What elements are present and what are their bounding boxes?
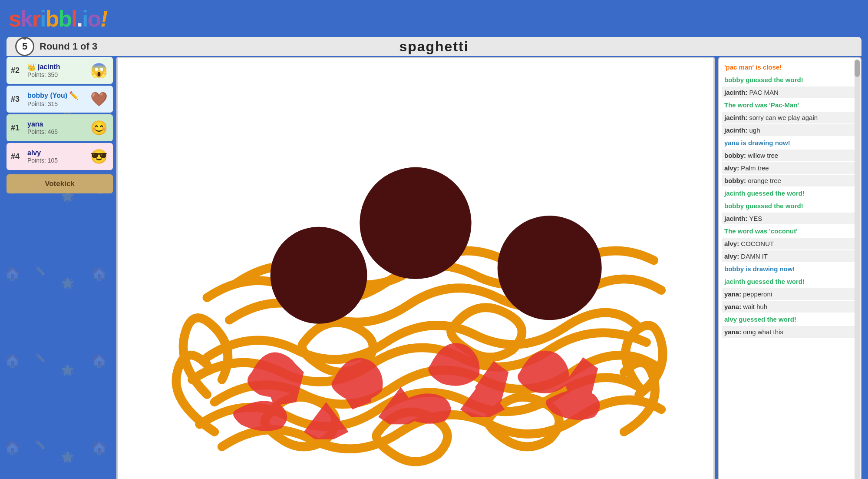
chat-msg-20: yana: wait huh — [722, 301, 858, 313]
meatball-top-center — [360, 167, 471, 279]
chat-msg-12: bobby guessed the word! — [722, 200, 858, 212]
player-points-bobby: Points: 315 — [27, 100, 86, 107]
chat-msg-16: alvy: DAMN IT — [722, 250, 858, 262]
player-card-jacinth: #2 👑 jacinth Points: 350 😱 — [7, 57, 113, 84]
player-name-jacinth: 👑 jacinth — [27, 63, 86, 71]
scrollbar-track[interactable] — [855, 60, 860, 479]
chat-msg-5: jacinth: sorry can we play again — [722, 112, 858, 123]
chat-msg-17: bobby is drawing now! — [722, 263, 858, 275]
player-rank-alvy: #4 — [11, 152, 24, 161]
logo-excl: ! — [100, 6, 107, 32]
chat-msg-8: bobby: willow tree — [722, 150, 858, 161]
chat-msg-21: alvy guessed the word! — [722, 313, 858, 325]
chat-msg-10: bobby: orange tree — [722, 175, 858, 186]
chat-msg-7: yana is drawing now! — [722, 137, 858, 149]
game-area: #2 👑 jacinth Points: 350 😱 #3 bobb — [7, 57, 861, 479]
votekick-button[interactable]: Votekick — [7, 174, 113, 193]
player-name-bobby: bobby (You) ✏️ — [27, 91, 86, 100]
crown-icon: 👑 — [27, 63, 36, 71]
player-info-yana: yana Points: 465 — [27, 120, 86, 135]
chat-msg-4: The word was 'Pac-Man' — [722, 99, 858, 111]
canvas-area: ✏️ ◻ 🪣 — [116, 57, 715, 479]
round-text: Round 1 of 3 — [40, 41, 97, 52]
player-card-alvy: #4 alvy Points: 105 😎 — [7, 143, 113, 170]
chat-msg-11: jacinth guessed the word! — [722, 187, 858, 199]
logo-s: s — [9, 6, 20, 32]
header: skribbl.io! — [0, 0, 868, 37]
player-points-jacinth: Points: 350 — [27, 71, 86, 78]
chat-msg-6: jacinth: ugh — [722, 124, 858, 136]
chat-msg-3: jacinth: PAC MAN — [722, 86, 858, 98]
logo-i2: i — [82, 6, 87, 32]
round-bar: 5 Round 1 of 3 spaghetti — [7, 37, 861, 56]
player-rank-bobby: #3 — [11, 95, 24, 104]
player-points-yana: Points: 465 — [27, 128, 86, 135]
chat-msg-1: 'pac man' is close! — [722, 61, 858, 73]
avatar-yana: 😊 — [89, 118, 109, 137]
avatar-jacinth: 😱 — [89, 61, 109, 80]
avatar-bobby: 🤎 — [89, 90, 109, 109]
chat-panel: 'pac man' is close! bobby guessed the wo… — [718, 57, 861, 479]
player-rank-jacinth: #2 — [11, 66, 24, 75]
logo: skribbl.io! — [9, 6, 107, 32]
meatball-right — [498, 216, 602, 320]
logo-b2: b — [58, 6, 71, 32]
drawing-svg — [118, 58, 713, 479]
chat-msg-22: yana: omg what this — [722, 326, 858, 338]
player-info-alvy: alvy Points: 105 — [27, 149, 86, 164]
logo-o: o — [87, 6, 100, 32]
players-panel: #2 👑 jacinth Points: 350 😱 #3 bobb — [7, 57, 113, 479]
chat-msg-18: jacinth guessed the word! — [722, 276, 858, 287]
avatar-alvy: 😎 — [89, 147, 109, 166]
chat-msg-9: alvy: Palm tree — [722, 162, 858, 174]
chat-messages: 'pac man' is close! bobby guessed the wo… — [718, 57, 861, 479]
player-card-bobby: #3 bobby (You) ✏️ Points: 315 🤎 — [7, 86, 113, 113]
meatball-left — [271, 227, 367, 324]
logo-k: k — [20, 6, 32, 32]
player-info-bobby: bobby (You) ✏️ Points: 315 — [27, 91, 86, 107]
logo-l: l — [71, 6, 76, 32]
main-content: 5 Round 1 of 3 spaghetti #2 👑 jacinth Po… — [0, 37, 868, 479]
player-name-alvy: alvy — [27, 149, 86, 157]
chat-msg-13: jacinth: YES — [722, 213, 858, 224]
player-info-jacinth: 👑 jacinth Points: 350 — [27, 63, 86, 78]
timer-value: 5 — [22, 41, 27, 52]
chat-msg-2: bobby guessed the word! — [722, 74, 858, 86]
scrollbar-thumb — [855, 60, 860, 77]
timer-circle: 5 — [15, 37, 34, 56]
player-points-alvy: Points: 105 — [27, 157, 86, 164]
logo-b1: b — [46, 6, 59, 32]
chat-msg-14: The word was 'coconut' — [722, 225, 858, 237]
drawing-canvas[interactable] — [116, 57, 715, 479]
logo-dot: . — [77, 6, 82, 32]
word-display: spaghetti — [399, 39, 469, 55]
chat-msg-15: alvy: COCONUT — [722, 238, 858, 249]
player-rank-yana: #1 — [11, 123, 24, 133]
logo-i: i — [40, 6, 45, 32]
logo-r: r — [32, 6, 40, 32]
player-name-yana: yana — [27, 120, 86, 128]
chat-msg-19: yana: pepperoni — [722, 288, 858, 300]
player-card-yana: #1 yana Points: 465 😊 — [7, 114, 113, 141]
pencil-icon: ✏️ — [69, 91, 79, 100]
